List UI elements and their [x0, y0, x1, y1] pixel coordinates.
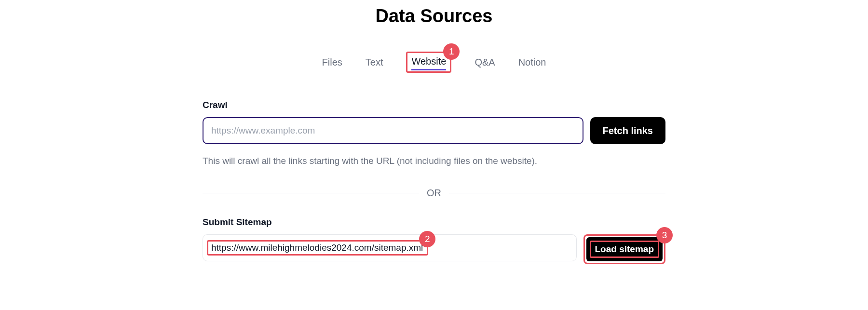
- page-title: Data Sources: [376, 6, 493, 27]
- annotation-badge-3: 3: [656, 227, 673, 243]
- crawl-label: Crawl: [203, 100, 665, 110]
- tab-qna[interactable]: Q&A: [475, 55, 495, 70]
- tab-text[interactable]: Text: [366, 55, 383, 70]
- annotation-badge-2: 2: [419, 231, 435, 247]
- divider: OR: [203, 188, 665, 199]
- sitemap-row: https://www.milehighmelodies2024.com/sit…: [203, 234, 665, 264]
- sitemap-url-input[interactable]: https://www.milehighmelodies2024.com/sit…: [203, 234, 577, 261]
- annotation-highlight-2: https://www.milehighmelodies2024.com/sit…: [207, 240, 428, 256]
- tab-files[interactable]: Files: [322, 55, 342, 70]
- annotation-highlight-1: Website 1: [406, 52, 451, 73]
- tab-website[interactable]: Website: [411, 54, 446, 70]
- crawl-row: Fetch links: [203, 117, 665, 144]
- divider-line-left: [203, 193, 419, 193]
- annotation-badge-1: 1: [443, 43, 460, 60]
- sitemap-label: Submit Sitemap: [203, 217, 665, 228]
- main-content: Crawl Fetch links This will crawl all th…: [203, 100, 665, 264]
- divider-text: OR: [427, 188, 441, 199]
- tabs-bar: Files Text Website 1 Q&A Notion: [322, 52, 546, 73]
- crawl-url-input[interactable]: [203, 117, 583, 144]
- crawl-help-text: This will crawl all the links starting w…: [203, 156, 665, 166]
- annotation-highlight-3: Load sitemap 3: [583, 234, 665, 264]
- fetch-links-button[interactable]: Fetch links: [590, 117, 665, 144]
- load-sitemap-button[interactable]: Load sitemap: [586, 237, 663, 261]
- sitemap-input-value: https://www.milehighmelodies2024.com/sit…: [211, 243, 423, 253]
- divider-line-right: [449, 193, 665, 193]
- tab-notion[interactable]: Notion: [518, 55, 546, 70]
